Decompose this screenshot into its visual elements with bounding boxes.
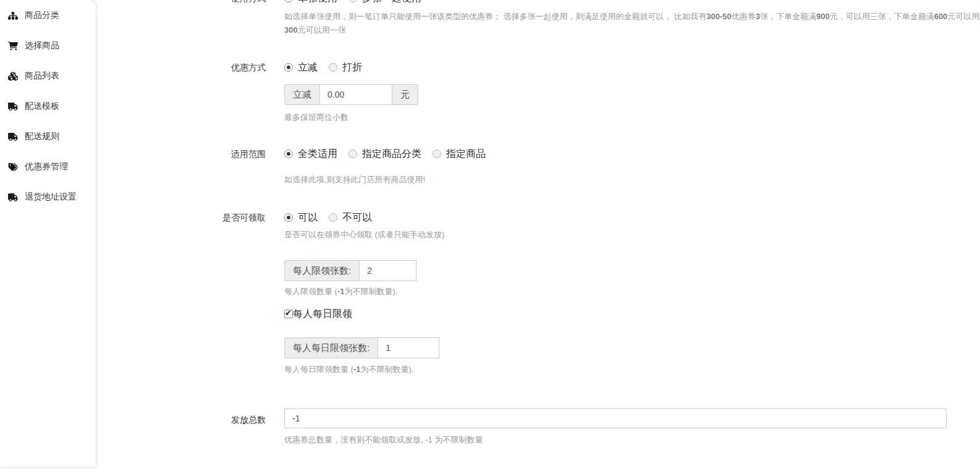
radio-icon[interactable] [329, 63, 337, 72]
sidebar-item-label: 优惠券管理 [25, 161, 68, 172]
sidebar-item-label: 商品分类 [25, 10, 59, 21]
scope-label: 适用范围 [96, 147, 266, 187]
total-issue-row: 发放总数 优惠券总数量，没有则不能领取或发放, -1 为不限制数量 [96, 408, 980, 447]
sidebar-item-label: 配送模板 [25, 101, 59, 112]
sidebar-item-return-address[interactable]: 退货地址设置 [0, 190, 96, 205]
daily-limit-checkbox-row[interactable]: 每人每日限领 [284, 307, 980, 321]
sidebar-item-label: 选择商品 [25, 40, 59, 51]
claimable-row: 是否可领取 可以 不可以 是否可以在领券中心领取 (或者只能手动发放) 每人限领… [96, 211, 980, 376]
per-day-limit-input[interactable] [378, 337, 439, 358]
sidebar-item-label: 退货地址设置 [25, 192, 77, 203]
sidebar: 商品分类 选择商品 商品列表 配送模板 配送规则 [0, 0, 96, 467]
daily-limit-checkbox-label: 每人每日限领 [293, 308, 352, 321]
per-person-limit-prefix: 每人限领张数: [284, 260, 359, 281]
discount-percent-label: 打折 [342, 61, 362, 74]
discount-reduce-radio[interactable]: 立减 [284, 61, 318, 74]
claimable-yes-radio[interactable]: 可以 [284, 211, 318, 224]
reduce-amount-group: 立减 元 [284, 84, 418, 105]
truck-icon [7, 132, 19, 142]
cart-icon [7, 41, 19, 51]
usage-method-row: 使用方式 单张使用 多张一起使用 如选择单张使用，则一笔订单只能使用一张该类型的… [96, 0, 980, 37]
scope-row: 适用范围 全类适用 指定商品分类 指定商品 如选择此项,则支持此门店所有商品使用… [96, 147, 980, 187]
total-issue-help: 优惠券总数量，没有则不能领取或发放, -1 为不限制数量 [284, 433, 980, 447]
per-person-limit-input[interactable] [359, 260, 416, 281]
truck-icon [7, 101, 19, 111]
claimable-no-radio[interactable]: 不可以 [329, 211, 372, 224]
total-issue-label: 发放总数 [96, 408, 266, 447]
coupon-form: 使用方式 单张使用 多张一起使用 如选择单张使用，则一笔订单只能使用一张该类型的… [96, 0, 980, 447]
scope-help: 如选择此项,则支持此门店所有商品使用! [284, 173, 980, 187]
radio-icon[interactable] [284, 213, 293, 222]
scope-product-label: 指定商品 [446, 148, 486, 161]
sidebar-menu: 商品分类 选择商品 商品列表 配送模板 配送规则 [0, 0, 96, 205]
discount-method-row: 优惠方式 立减 打折 立减 元 最多保留两位小数 [96, 61, 980, 124]
discount-method-label: 优惠方式 [96, 61, 266, 124]
reduce-amount-help: 最多保留两位小数 [284, 111, 980, 124]
sidebar-item-coupon-management[interactable]: 优惠券管理 [0, 159, 96, 174]
usage-multiple-radio[interactable]: 多张一起使用 [348, 0, 421, 5]
radio-icon[interactable] [348, 0, 357, 2]
claimable-label: 是否可领取 [96, 211, 266, 376]
per-day-limit-prefix: 每人每日限领张数: [284, 337, 378, 358]
claimable-yes-label: 可以 [298, 211, 318, 224]
discount-reduce-label: 立减 [298, 61, 318, 74]
usage-multiple-label: 多张一起使用 [362, 0, 421, 5]
scope-category-label: 指定商品分类 [362, 148, 421, 161]
radio-icon[interactable] [329, 213, 337, 222]
per-person-limit-help: 每人限领数量 (-1为不限制数量). [284, 285, 980, 298]
radio-icon[interactable] [284, 150, 293, 158]
radio-icon[interactable] [433, 150, 441, 158]
total-issue-input[interactable] [284, 408, 947, 428]
checkbox-icon[interactable] [284, 310, 293, 318]
reduce-amount-suffix: 元 [392, 84, 418, 105]
per-day-limit-help: 每人每日限领数量 (-1为不限制数量). [284, 363, 980, 376]
reduce-amount-input[interactable] [319, 84, 392, 105]
radio-icon[interactable] [284, 63, 293, 72]
reduce-amount-prefix: 立减 [284, 84, 319, 105]
sidebar-item-label: 商品列表 [25, 70, 59, 82]
sidebar-item-label: 配送规则 [25, 131, 59, 142]
cubes-icon [7, 71, 19, 81]
sidebar-item-product-categories[interactable]: 商品分类 [0, 8, 96, 23]
discount-percent-radio[interactable]: 打折 [329, 61, 362, 74]
sidebar-item-delivery-rules[interactable]: 配送规则 [0, 129, 96, 144]
scope-all-radio[interactable]: 全类适用 [284, 148, 337, 161]
sitemap-icon [7, 11, 19, 20]
usage-method-label: 使用方式 [96, 0, 266, 37]
sidebar-item-select-products[interactable]: 选择商品 [0, 38, 96, 53]
scope-product-radio[interactable]: 指定商品 [433, 148, 486, 161]
tags-icon [7, 162, 19, 172]
radio-icon[interactable] [284, 0, 293, 2]
per-day-limit-group: 每人每日限领张数: [284, 337, 439, 358]
scope-all-label: 全类适用 [298, 148, 337, 161]
truck-icon [7, 192, 19, 202]
claimable-help: 是否可以在领券中心领取 (或者只能手动发放) [284, 228, 980, 242]
sidebar-item-product-list[interactable]: 商品列表 [0, 69, 96, 83]
scope-category-radio[interactable]: 指定商品分类 [348, 148, 421, 161]
sidebar-item-delivery-template[interactable]: 配送模板 [0, 99, 96, 114]
claimable-no-label: 不可以 [342, 211, 372, 224]
usage-single-label: 单张使用 [298, 0, 337, 5]
radio-icon[interactable] [348, 150, 357, 158]
usage-single-radio[interactable]: 单张使用 [284, 0, 337, 5]
per-person-limit-group: 每人限领张数: [284, 260, 416, 281]
usage-help-text: 如选择单张使用，则一笔订单只能使用一张该类型的优惠券； 选择多张一起使用，则满足… [284, 10, 980, 37]
